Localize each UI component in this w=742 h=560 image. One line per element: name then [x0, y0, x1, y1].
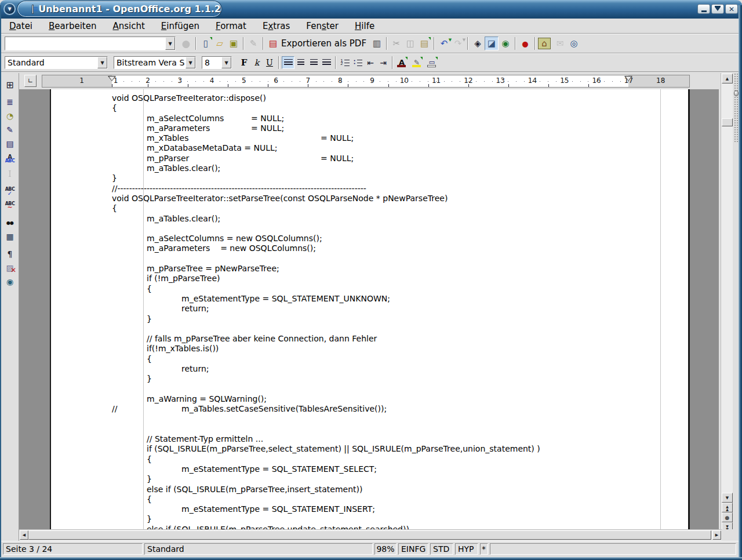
titlebar[interactable]: ▼ Unbenannt1 - OpenOffice.org 1.1.2 ✕ [0, 0, 742, 19]
red-x-icon: ✕ [10, 266, 16, 274]
menu-bearbeiten[interactable]: Bearbeiten [41, 20, 104, 32]
font-color-button[interactable]: A [395, 56, 408, 69]
menu-hilfe[interactable]: Hilfe [347, 20, 383, 32]
navigation-button[interactable]: ● [722, 512, 733, 522]
bold-button[interactable]: F [238, 56, 250, 69]
mail-button[interactable]: ✉ [553, 37, 567, 50]
record-button[interactable]: ● [518, 37, 532, 50]
paste-button[interactable]: ▤ [417, 37, 431, 50]
window-border-right[interactable] [739, 5, 742, 560]
font-name-combobox[interactable]: Bitstream Vera S ▼ [114, 56, 196, 69]
left-indent-marker[interactable] [108, 76, 116, 86]
new-document-button[interactable]: ▯ [199, 37, 213, 50]
size-value[interactable]: 8 [202, 58, 221, 67]
gallery-button[interactable]: ⌂ [538, 38, 551, 49]
scroll-down-button[interactable]: ▼ [722, 493, 733, 503]
data-sources-button[interactable]: ▦ [3, 230, 17, 243]
combo-dropdown-icon[interactable]: ▼ [221, 57, 231, 68]
vertical-scrollbar[interactable]: ▲ ▼ ▲▲ ● ▼▼ [721, 73, 733, 529]
align-left-button[interactable] [282, 56, 294, 69]
maximize-button[interactable] [711, 4, 724, 14]
decrease-indent-button[interactable]: ⇤ [364, 56, 377, 69]
insert-object-button[interactable]: ◔ [3, 109, 17, 123]
status-selection-mode[interactable]: STD [430, 543, 453, 555]
scroll-right-button[interactable]: ▶ [712, 530, 721, 540]
stylist-button[interactable]: ◪ [485, 37, 499, 50]
font-size-combobox[interactable]: 8 ▼ [202, 56, 232, 69]
arrow-up-icon: ▲ [726, 77, 729, 81]
code-line: else if (SQL_ISRULE(m_pParseTree,update_… [112, 525, 540, 529]
online-layout-button[interactable]: ◉ [3, 275, 17, 289]
status-page[interactable]: Seite 3 / 24 [3, 543, 143, 555]
save-button[interactable]: ▣ [227, 37, 241, 50]
scroll-left-button[interactable]: ◀ [20, 530, 28, 540]
print-button[interactable]: ▥ [370, 37, 384, 50]
undo-button[interactable]: ↶▼ [437, 37, 451, 50]
autotext-button[interactable]: AABC [3, 152, 17, 166]
document-text[interactable]: void OSQLParseTreeIterator::dispose(){ m… [112, 93, 540, 529]
edit-file-button[interactable]: ✎ [246, 37, 260, 50]
insert-button[interactable]: ≣ [3, 95, 17, 109]
font-value[interactable]: Bitstream Vera S [114, 58, 186, 67]
find-replace-button[interactable]: ●● [3, 216, 17, 230]
align-center-button[interactable] [294, 56, 307, 69]
export-pdf-button[interactable]: ▤ [266, 37, 280, 50]
direct-cursor-button[interactable]: I [3, 167, 17, 181]
horizontal-ruler[interactable]: 1 123456789101112131415161718 [42, 75, 690, 88]
align-right-button[interactable] [307, 56, 320, 69]
menu-fenster[interactable]: Fenster [298, 20, 347, 32]
redo-button[interactable]: ↷▼ [451, 37, 465, 50]
vertical-scroll-thumb[interactable] [722, 118, 733, 126]
copy-button[interactable]: ◫ [403, 37, 417, 50]
gallery-web-button[interactable]: ◉ [499, 37, 512, 50]
bullets-button[interactable]: • • [351, 56, 364, 69]
horizontal-scroll-thumb[interactable] [28, 530, 711, 540]
status-hyperlink-mode[interactable]: HYP [455, 543, 478, 555]
menu-extras[interactable]: Extras [254, 20, 298, 32]
menu-ansicht[interactable]: Ansicht [104, 20, 152, 32]
background-color-button[interactable]: ▭ [425, 56, 438, 69]
status-zoom[interactable]: 98% [374, 543, 397, 555]
underline-icon: U [266, 58, 273, 67]
url-combobox[interactable]: ▼ [5, 37, 176, 50]
navigator-button[interactable]: ◈ [471, 37, 485, 50]
justify-button[interactable] [320, 56, 333, 69]
window-menu-button[interactable]: ▼ [3, 3, 16, 15]
minimize-button[interactable] [697, 4, 710, 14]
menu-datei[interactable]: Datei [1, 20, 41, 32]
italic-button[interactable]: k [250, 56, 263, 69]
menu-format[interactable]: Format [208, 20, 254, 32]
combo-dropdown-icon[interactable]: ▼ [186, 57, 195, 68]
scroll-up-button[interactable]: ▲ [722, 74, 733, 83]
formatting-marks-button[interactable]: ¶ [3, 247, 17, 261]
form-functions-button[interactable]: ▤ [3, 137, 17, 151]
style-value[interactable]: Standard [5, 58, 97, 67]
zoom-button[interactable]: ◎ [567, 37, 581, 50]
stop-loading-button[interactable]: ● [179, 37, 193, 50]
paragraph-style-combobox[interactable]: Standard ▼ [5, 56, 108, 69]
status-insert-mode[interactable]: EINFG [398, 543, 428, 555]
previous-page-button[interactable]: ▲▲ [722, 503, 733, 512]
autospellcheck-button[interactable]: ABC∼ [3, 198, 17, 212]
increase-indent-button[interactable]: ⇥ [377, 56, 390, 69]
combo-dropdown-icon[interactable]: ▼ [97, 57, 107, 68]
menu-einfuegen[interactable]: Einfügen [153, 20, 208, 32]
spellcheck-button[interactable]: ABC✓ [3, 184, 17, 198]
open-button[interactable]: ▱ [213, 37, 227, 50]
horizontal-scrollbar[interactable]: ◀ ▶ [19, 529, 722, 540]
underline-button[interactable]: U [263, 56, 276, 69]
window-border-bottom[interactable] [0, 557, 742, 560]
status-template[interactable]: Standard [144, 543, 373, 555]
graphics-onoff-button[interactable]: ▨✕ [3, 261, 17, 275]
export-pdf-label[interactable]: Exportieren als PDF [281, 38, 366, 49]
tab-type-selector[interactable]: ∟ [24, 75, 37, 87]
right-indent-marker[interactable] [624, 76, 632, 86]
numbering-button[interactable]: 1 2 [339, 56, 351, 69]
status-modified-flag[interactable]: * [480, 543, 488, 555]
combo-dropdown-icon[interactable]: ▼ [165, 37, 175, 50]
close-button[interactable]: ✕ [725, 4, 738, 14]
cut-button[interactable]: ✂ [390, 37, 403, 50]
draw-functions-button[interactable]: ✎ [3, 123, 17, 137]
highlight-button[interactable]: ✎ [410, 56, 423, 69]
insert-table-button[interactable]: ⊞ [3, 78, 17, 92]
